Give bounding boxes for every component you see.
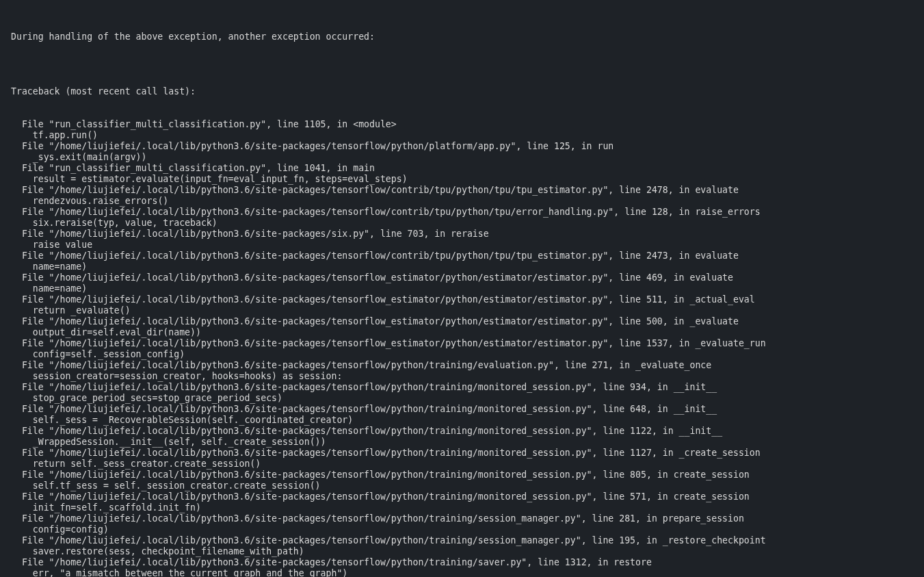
traceback-frame-code: self._sess = _RecoverableSession(self._c…	[11, 415, 914, 426]
traceback-frame-location: File "/home/liujiefei/.local/lib/python3…	[11, 141, 914, 152]
traceback-frame-code: raise value	[11, 240, 914, 251]
traceback-frame-location: File "/home/liujiefei/.local/lib/python3…	[11, 491, 914, 502]
traceback-frame-location: File "/home/liujiefei/.local/lib/python3…	[11, 535, 914, 546]
traceback-frame-code: name=name)	[11, 283, 914, 294]
traceback-frame-location: File "/home/liujiefei/.local/lib/python3…	[11, 251, 914, 261]
traceback-frame-code: init_fn=self._scaffold.init_fn)	[11, 502, 914, 513]
traceback-frame-location: File "/home/liujiefei/.local/lib/python3…	[11, 426, 914, 437]
traceback-frame-location: File "run_classifier_multi_classificatio…	[11, 119, 914, 130]
traceback-frame-code: stop_grace_period_secs=stop_grace_period…	[11, 393, 914, 404]
traceback-frame-location: File "/home/liujiefei/.local/lib/python3…	[11, 294, 914, 305]
traceback-frame-code: name=name)	[11, 261, 914, 272]
traceback-frame-code: self.tf_sess = self._session_creator.cre…	[11, 480, 914, 491]
traceback-frame-location: File "run_classifier_multi_classificatio…	[11, 163, 914, 174]
traceback-frame-location: File "/home/liujiefei/.local/lib/python3…	[11, 207, 914, 218]
traceback-frames: File "run_classifier_multi_classificatio…	[11, 119, 914, 577]
terminal-output[interactable]: During handling of the above exception, …	[0, 0, 924, 577]
traceback-frame-code: output_dir=self.eval_dir(name))	[11, 327, 914, 338]
traceback-frame-location: File "/home/liujiefei/.local/lib/python3…	[11, 360, 914, 371]
traceback-frame-location: File "/home/liujiefei/.local/lib/python3…	[11, 404, 914, 415]
traceback-frame-location: File "/home/liujiefei/.local/lib/python3…	[11, 470, 914, 480]
traceback-frame-code: _sys.exit(main(argv))	[11, 152, 914, 163]
traceback-frame-code: tf.app.run()	[11, 130, 914, 141]
traceback-frame-code: saver.restore(sess, checkpoint_filename_…	[11, 546, 914, 557]
traceback-frame-location: File "/home/liujiefei/.local/lib/python3…	[11, 513, 914, 524]
traceback-frame-code: _WrappedSession.__init__(self, self._cre…	[11, 437, 914, 448]
traceback-frame-code: six.reraise(typ, value, traceback)	[11, 218, 914, 229]
traceback-frame-location: File "/home/liujiefei/.local/lib/python3…	[11, 272, 914, 283]
traceback-frame-code: result = estimator.evaluate(input_fn=eva…	[11, 174, 914, 185]
traceback-frame-code: return _evaluate()	[11, 305, 914, 316]
traceback-frame-code: session_creator=session_creator, hooks=h…	[11, 371, 914, 382]
traceback-frame-code: return self._sess_creator.create_session…	[11, 459, 914, 470]
traceback-title: Traceback (most recent call last):	[11, 86, 914, 97]
traceback-frame-location: File "/home/liujiefei/.local/lib/python3…	[11, 557, 914, 568]
traceback-frame-code: rendezvous.raise_errors()	[11, 196, 914, 207]
traceback-frame-location: File "/home/liujiefei/.local/lib/python3…	[11, 382, 914, 393]
traceback-frame-location: File "/home/liujiefei/.local/lib/python3…	[11, 338, 914, 349]
traceback-frame-location: File "/home/liujiefei/.local/lib/python3…	[11, 185, 914, 196]
traceback-frame-location: File "/home/liujiefei/.local/lib/python3…	[11, 448, 914, 459]
traceback-frame-location: File "/home/liujiefei/.local/lib/python3…	[11, 229, 914, 240]
traceback-frame-code: err, "a mismatch between the current gra…	[11, 568, 914, 577]
traceback-frame-location: File "/home/liujiefei/.local/lib/python3…	[11, 316, 914, 327]
exception-header: During handling of the above exception, …	[11, 31, 914, 42]
traceback-frame-code: config=self._session_config)	[11, 349, 914, 360]
traceback-frame-code: config=config)	[11, 524, 914, 535]
